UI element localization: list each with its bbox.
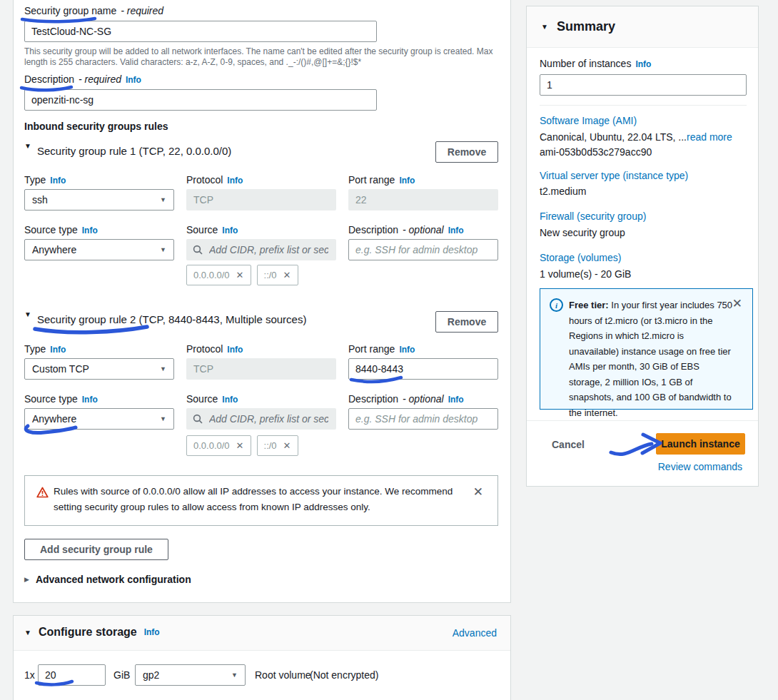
divider [540, 105, 747, 106]
security-group-name-input[interactable] [24, 21, 377, 42]
number-of-instances-label: Number of instances Info [540, 58, 651, 69]
free-tier-text: Free tier: In your first year includes 7… [569, 298, 734, 420]
description-label: Description - required Info [24, 73, 141, 85]
volume-type-select[interactable]: gp2 ▼ [135, 664, 246, 686]
cidr-chip[interactable]: ::/0 ✕ [257, 265, 298, 285]
rule1-description-label: Description - optional Info [348, 224, 464, 235]
rule1-source-chips: 0.0.0.0/0 ✕ ::/0 ✕ [186, 265, 298, 285]
storage-volumes-value: 1 volume(s) - 20 GiB [540, 268, 631, 280]
rule2-remove-button[interactable]: Remove [435, 311, 498, 333]
software-image-value: Canonical, Ubuntu, 22.04 LTS, ...read mo… [540, 131, 732, 143]
instances-info-link[interactable]: Info [635, 59, 651, 69]
description-input[interactable] [24, 89, 377, 111]
free-tier-close-icon[interactable]: ✕ [732, 298, 742, 310]
rule2-port-info-link[interactable]: Info [399, 345, 415, 355]
rule2-collapse-icon[interactable]: ▼ [24, 310, 31, 318]
volume-count-label: 1x [24, 669, 35, 681]
info-icon: i [550, 298, 563, 312]
rule2-source-input[interactable] [208, 412, 330, 425]
rule2-type-info-link[interactable]: Info [50, 345, 66, 355]
summary-toggle[interactable]: ▼ Summary [541, 19, 615, 34]
number-of-instances-input[interactable] [540, 74, 747, 96]
rule2-source-type-label: Source type Info [24, 393, 98, 405]
rule2-source-chips: 0.0.0.0/0 ✕ ::/0 ✕ [186, 435, 298, 456]
description-info-link[interactable]: Info [126, 75, 141, 85]
rule1-source-label: Source Info [186, 224, 238, 235]
storage-info-link[interactable]: Info [144, 627, 160, 637]
rule1-port-label: Port range Info [348, 174, 415, 186]
rule2-protocol-info-link[interactable]: Info [227, 345, 243, 355]
divider [527, 420, 758, 421]
close-icon[interactable]: ✕ [236, 270, 244, 280]
cidr-chip[interactable]: 0.0.0.0/0 ✕ [186, 435, 251, 456]
chevron-down-icon: ▼ [24, 629, 31, 636]
rule1-port-info-link[interactable]: Info [399, 176, 415, 186]
rule2-type-select[interactable]: Custom TCP ▼ [24, 358, 174, 380]
software-image-link[interactable]: Software Image (AMI) [540, 115, 637, 126]
warning-text: Rules with source of 0.0.0.0/0 allow all… [54, 484, 456, 515]
configure-storage-panel: ▼ Configure storage Info Advanced 1x GiB… [13, 615, 511, 700]
encryption-status-label: (Not encrypted) [310, 669, 378, 681]
rule1-description-info-link[interactable]: Info [448, 225, 464, 235]
configure-storage-toggle[interactable]: ▼ Configure storage Info [24, 626, 160, 639]
rule1-collapse-icon[interactable]: ▼ [24, 142, 31, 150]
cidr-chip[interactable]: ::/0 ✕ [257, 435, 298, 456]
rule2-port-input[interactable] [348, 358, 498, 380]
configure-storage-header: ▼ Configure storage Info Advanced [14, 616, 510, 651]
storage-volumes-link[interactable]: Storage (volumes) [540, 252, 621, 263]
search-icon [193, 245, 203, 255]
root-volume-label: Root volume [255, 669, 311, 681]
add-security-group-rule-button[interactable]: Add security group rule [24, 539, 168, 560]
cancel-button[interactable]: Cancel [552, 439, 585, 450]
rule2-type-label: Type Info [24, 343, 66, 355]
close-icon[interactable]: ✕ [236, 440, 244, 451]
storage-advanced-link[interactable]: Advanced [453, 627, 497, 639]
rule1-source-type-info-link[interactable]: Info [82, 225, 98, 235]
chevron-down-icon: ▼ [541, 23, 548, 31]
rule1-port-field: 22 [348, 189, 498, 210]
rule2-source-type-info-link[interactable]: Info [82, 395, 98, 405]
firewall-link[interactable]: Firewall (security group) [540, 210, 646, 222]
rule1-type-info-link[interactable]: Info [50, 176, 66, 186]
rule1-title: Security group rule 1 (TCP, 22, 0.0.0.0/… [37, 145, 231, 157]
rule2-source-info-link[interactable]: Info [222, 395, 238, 405]
advanced-network-configuration-toggle[interactable]: ▶ Advanced network configuration [24, 574, 191, 585]
warning-close-icon[interactable]: ✕ [473, 486, 483, 498]
rule2-port-label: Port range Info [348, 343, 415, 355]
volume-size-input[interactable] [38, 664, 106, 686]
rule2-rule-description-input[interactable] [348, 408, 498, 430]
rule1-source-input[interactable] [208, 243, 330, 256]
close-icon[interactable]: ✕ [283, 270, 291, 280]
instance-type-link[interactable]: Virtual server type (instance type) [540, 170, 688, 181]
volume-unit-label: GiB [113, 669, 130, 681]
review-commands-link[interactable]: Review commands [658, 461, 742, 472]
rule1-protocol-field: TCP [186, 189, 336, 210]
chevron-right-icon: ▶ [24, 576, 29, 583]
rule2-title: Security group rule 2 (TCP, 8440-8443, M… [37, 313, 306, 325]
chevron-down-icon: ▼ [160, 246, 166, 253]
rule1-source-search[interactable] [186, 239, 336, 260]
launch-instance-button[interactable]: Launch instance [656, 433, 745, 455]
open-cidr-warning: Rules with source of 0.0.0.0/0 allow all… [24, 475, 498, 526]
warning-icon [36, 487, 49, 498]
rule2-source-type-select[interactable]: Anywhere ▼ [24, 408, 174, 430]
instance-type-value: t2.medium [540, 186, 586, 197]
rule1-source-info-link[interactable]: Info [222, 225, 238, 235]
read-more-link[interactable]: read more [687, 131, 732, 143]
rule1-protocol-label: Protocol Info [186, 174, 243, 186]
rule1-rule-description-input[interactable] [348, 239, 498, 260]
rule1-type-select[interactable]: ssh ▼ [24, 189, 174, 210]
close-icon[interactable]: ✕ [283, 440, 291, 451]
rule1-remove-button[interactable]: Remove [435, 141, 498, 163]
rule2-source-search[interactable] [186, 408, 336, 430]
firewall-value: New security group [540, 227, 625, 238]
rule2-protocol-field: TCP [186, 358, 336, 380]
summary-header: ▼ Summary [527, 6, 758, 48]
rule2-description-info-link[interactable]: Info [448, 395, 464, 405]
cidr-chip[interactable]: 0.0.0.0/0 ✕ [186, 265, 251, 285]
chevron-down-icon: ▼ [160, 415, 166, 422]
rule1-source-type-select[interactable]: Anywhere ▼ [24, 239, 174, 260]
rule1-source-type-label: Source type Info [24, 224, 98, 235]
rule1-protocol-info-link[interactable]: Info [227, 176, 243, 186]
security-group-name-help: This security group will be added to all… [24, 46, 494, 68]
